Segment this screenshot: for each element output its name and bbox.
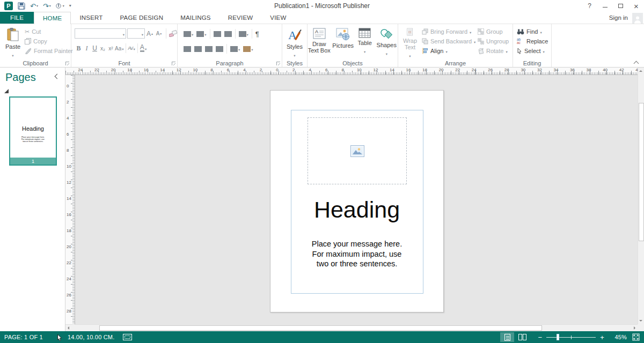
- redo-button[interactable]: ↷▾: [43, 3, 51, 10]
- format-painter-button[interactable]: Format Painter: [25, 46, 73, 56]
- two-page-view-button[interactable]: [515, 332, 529, 342]
- group-button[interactable]: Group: [478, 27, 509, 36]
- tab-review[interactable]: REVIEW: [219, 12, 262, 24]
- underline-button[interactable]: U: [91, 43, 99, 53]
- change-case-button[interactable]: Aa: [115, 43, 124, 53]
- scroll-down-icon[interactable]: [639, 320, 642, 322]
- rotate-caret-icon: [506, 48, 507, 54]
- canvas[interactable]: Heading Place your message here. For max…: [75, 75, 638, 324]
- tab-mailings[interactable]: MAILINGS: [172, 12, 219, 24]
- italic-button[interactable]: I: [83, 43, 91, 53]
- undo-button[interactable]: ↶▾: [30, 3, 38, 10]
- clear-formatting-button[interactable]: [169, 29, 177, 39]
- tab-view[interactable]: VIEW: [261, 12, 295, 24]
- pictures-button[interactable]: Pictures: [332, 25, 354, 58]
- font-dialog-launcher[interactable]: [172, 62, 175, 65]
- draw-text-box-button[interactable]: A Draw Text Box: [308, 25, 331, 58]
- zoom-in-button[interactable]: +: [599, 334, 605, 341]
- numbering-button[interactable]: [195, 29, 208, 39]
- scroll-right-icon[interactable]: [634, 326, 635, 330]
- show-formatting-button[interactable]: ¶: [254, 29, 261, 39]
- decrease-indent-button[interactable]: [212, 29, 223, 39]
- wrap-text-button[interactable]: Wrap Text: [399, 25, 421, 58]
- zoom-out-button[interactable]: −: [537, 334, 543, 341]
- qat-customize-button[interactable]: ▾: [69, 4, 71, 8]
- touch-mode-button[interactable]: ▾: [56, 3, 64, 10]
- touch-mode-icon: [56, 3, 62, 10]
- increase-indent-button[interactable]: [223, 29, 233, 39]
- table-button[interactable]: Table: [355, 25, 375, 58]
- tab-page-design[interactable]: PAGE DESIGN: [112, 12, 172, 24]
- line-spacing-button[interactable]: [229, 44, 241, 54]
- save-button[interactable]: [18, 2, 25, 10]
- rotate-button[interactable]: Rotate: [478, 46, 509, 56]
- align-right-button[interactable]: [203, 44, 214, 54]
- cursor-coordinates[interactable]: 14.00, 10.00 CM.: [68, 334, 115, 340]
- horizontal-scrollbar[interactable]: [65, 324, 638, 331]
- window-controls: ? ×: [582, 0, 644, 12]
- styles-button[interactable]: A Styles: [282, 25, 307, 58]
- align-button[interactable]: Align: [422, 46, 475, 56]
- clipboard-dialog-launcher[interactable]: [65, 62, 69, 65]
- restore-button[interactable]: [613, 0, 628, 12]
- zoom-slider-handle[interactable]: [557, 334, 559, 340]
- horizontal-scrollbar-thumb[interactable]: [99, 325, 542, 331]
- shrink-font-button[interactable]: A▼: [155, 29, 163, 39]
- find-button[interactable]: Find: [517, 27, 548, 36]
- vertical-scrollbar[interactable]: [638, 68, 644, 324]
- minimize-button[interactable]: [597, 0, 613, 12]
- borders-button[interactable]: [241, 44, 254, 54]
- page-heading-text[interactable]: Heading: [270, 197, 443, 223]
- grow-font-button[interactable]: A▲: [146, 29, 154, 39]
- tab-home[interactable]: HOME: [34, 12, 71, 24]
- vertical-scrollbar-thumb[interactable]: [639, 103, 644, 241]
- select-button[interactable]: Select: [517, 46, 548, 56]
- page-body-text[interactable]: Place your message here. For maximum imp…: [270, 239, 443, 269]
- bullets-button[interactable]: [182, 29, 195, 39]
- zoom-level[interactable]: 45%: [611, 334, 627, 340]
- bold-button[interactable]: B: [75, 43, 83, 53]
- zoom-slider[interactable]: [546, 333, 596, 341]
- replace-button[interactable]: abacReplace: [517, 36, 548, 46]
- vertical-ruler-labels[interactable]: 0246810121416182022242628: [65, 75, 75, 324]
- close-button[interactable]: ×: [628, 0, 644, 12]
- shapes-button[interactable]: Shapes: [376, 25, 398, 58]
- object-size-icon[interactable]: [123, 334, 132, 340]
- redo-caret-icon[interactable]: ▾: [49, 4, 51, 8]
- copy-button[interactable]: Copy: [25, 36, 73, 46]
- superscript-button[interactable]: x²: [107, 43, 115, 53]
- tab-insert[interactable]: INSERT: [71, 12, 111, 24]
- pages-expander-icon[interactable]: [4, 89, 9, 93]
- tab-file[interactable]: FILE: [0, 12, 34, 24]
- font-name-combo[interactable]: [75, 28, 126, 39]
- help-button[interactable]: ?: [582, 0, 597, 12]
- scroll-up-icon[interactable]: [639, 70, 642, 72]
- picture-placeholder[interactable]: [308, 117, 407, 184]
- scroll-left-icon[interactable]: [68, 326, 69, 330]
- subscript-button[interactable]: x₂: [99, 43, 107, 53]
- send-backward-button[interactable]: Send Backward: [422, 36, 475, 46]
- justify-button[interactable]: [214, 44, 225, 54]
- columns-button[interactable]: [237, 29, 250, 39]
- bring-forward-button[interactable]: Bring Forward: [422, 27, 475, 36]
- font-size-combo[interactable]: [127, 28, 145, 39]
- paragraph-dialog-launcher[interactable]: [276, 62, 280, 65]
- align-center-button[interactable]: [193, 44, 203, 54]
- avatar-icon[interactable]: [632, 13, 643, 24]
- cut-button[interactable]: ✂Cut: [25, 27, 73, 36]
- fit-page-button[interactable]: [632, 333, 640, 341]
- font-color-button[interactable]: A: [140, 43, 148, 53]
- align-left-button[interactable]: [182, 44, 193, 54]
- publication-page[interactable]: Heading Place your message here. For max…: [270, 90, 444, 312]
- paste-button[interactable]: Paste: [2, 25, 24, 58]
- pages-panel-collapse-icon[interactable]: [54, 74, 58, 78]
- table-label: Table: [358, 40, 372, 46]
- undo-caret-icon[interactable]: ▾: [36, 4, 38, 8]
- page-indicator[interactable]: PAGE: 1 OF 1: [4, 334, 43, 340]
- ungroup-button[interactable]: Ungroup: [478, 36, 509, 46]
- page-thumbnail[interactable]: Heading Place your message here. For max…: [9, 96, 57, 166]
- horizontal-ruler-labels[interactable]: 2422201816141210864202468101214161820222…: [65, 68, 638, 75]
- single-page-view-button[interactable]: [500, 332, 514, 342]
- character-spacing-button[interactable]: AV: [128, 43, 136, 53]
- collapse-ribbon-button[interactable]: [634, 60, 639, 65]
